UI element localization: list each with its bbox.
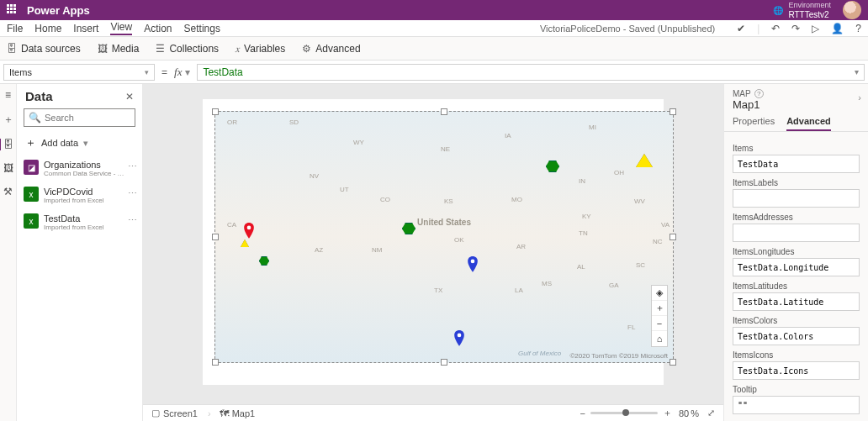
play-icon[interactable]: ▷ bbox=[812, 23, 819, 34]
document-name: VictoriaPoliceDemo - Saved (Unpublished) bbox=[540, 24, 715, 34]
map-copyright: ©2020 TomTom ©2019 Microsoft bbox=[569, 352, 668, 360]
tab-properties[interactable]: Properties bbox=[733, 116, 775, 131]
hexagon-marker[interactable] bbox=[259, 256, 269, 266]
waffle-icon[interactable] bbox=[7, 4, 19, 16]
ribbon-collections[interactable]: ☰Collections bbox=[156, 43, 219, 55]
data-icon[interactable]: 🗄 bbox=[0, 139, 13, 150]
datasource-icon: ◪ bbox=[24, 160, 39, 175]
datasource-icon: x bbox=[24, 213, 39, 229]
menu-view[interactable]: View bbox=[110, 21, 132, 35]
resize-handle[interactable] bbox=[670, 108, 676, 115]
map-icon: 🗺 bbox=[220, 408, 229, 418]
prop-input-itemsicons[interactable] bbox=[733, 361, 860, 380]
map-home-button[interactable]: ⌂ bbox=[652, 331, 667, 346]
more-icon[interactable]: ⋯ bbox=[128, 215, 137, 226]
fit-to-window-icon[interactable]: ⤢ bbox=[707, 408, 715, 418]
prop-input-itemscolors[interactable] bbox=[733, 327, 860, 345]
equals-sign: = bbox=[161, 66, 167, 78]
zoom-value: 80 bbox=[679, 408, 689, 418]
expand-icon[interactable]: › bbox=[858, 92, 861, 103]
datasource-item[interactable]: xVicPDCovidImported from Excel⋯ bbox=[17, 182, 142, 209]
pin-marker[interactable] bbox=[467, 256, 479, 273]
help-icon[interactable]: ? bbox=[754, 89, 764, 98]
prop-input-itemslabels[interactable] bbox=[733, 189, 860, 208]
more-icon[interactable]: ⋯ bbox=[128, 188, 137, 199]
close-icon[interactable]: ✕ bbox=[125, 91, 134, 103]
resize-handle[interactable] bbox=[212, 234, 219, 240]
tree-view-icon[interactable]: ≡ bbox=[5, 89, 11, 101]
fx-icon: fx bbox=[174, 66, 182, 79]
prop-label: ItemsLatitudes bbox=[733, 282, 860, 291]
map-zoom-out-button[interactable]: − bbox=[652, 316, 667, 331]
insert-icon[interactable]: ＋ bbox=[3, 113, 13, 127]
menu-file[interactable]: File bbox=[7, 23, 23, 34]
prop-label: Tooltip bbox=[733, 385, 860, 394]
resize-handle[interactable] bbox=[212, 359, 219, 366]
data-panel-title: Data bbox=[25, 89, 53, 103]
zoom-in-button[interactable]: ＋ bbox=[663, 407, 672, 419]
resize-handle[interactable] bbox=[670, 359, 676, 366]
datasource-item[interactable]: ◪OrganizationsCommon Data Service - Curr… bbox=[17, 155, 142, 182]
ribbon-data-sources[interactable]: 🗄Data sources bbox=[7, 43, 81, 55]
property-dropdown[interactable]: Items ▾ bbox=[3, 64, 155, 81]
menu-home[interactable]: Home bbox=[34, 23, 61, 34]
resize-handle[interactable] bbox=[441, 108, 447, 115]
media-icon[interactable]: 🖼 bbox=[3, 162, 13, 174]
ribbon-variables[interactable]: 𝑥Variables bbox=[236, 43, 285, 55]
triangle-marker[interactable] bbox=[241, 239, 249, 247]
prop-input-items[interactable] bbox=[733, 155, 860, 173]
app-checker-icon[interactable]: ✔ bbox=[737, 23, 745, 34]
menu-insert[interactable]: Insert bbox=[73, 23, 98, 34]
resize-handle[interactable] bbox=[670, 234, 676, 240]
divider: | bbox=[757, 23, 760, 34]
undo-icon[interactable]: ↶ bbox=[771, 23, 780, 34]
prop-input-itemsaddresses[interactable] bbox=[733, 224, 860, 242]
app-screen[interactable]: United States OR SD WY NE IA MI NV UT CO… bbox=[203, 99, 664, 385]
chevron-down-icon[interactable]: ▾ bbox=[855, 67, 859, 76]
triangle-marker[interactable] bbox=[636, 154, 653, 167]
environment-icon: 🌐 bbox=[773, 6, 783, 15]
tab-advanced[interactable]: Advanced bbox=[786, 116, 831, 131]
datasource-item[interactable]: xTestDataImported from Excel⋯ bbox=[17, 209, 142, 236]
resize-handle[interactable] bbox=[212, 108, 219, 115]
help-icon[interactable]: ? bbox=[855, 23, 861, 34]
chevron-down-icon: ▾ bbox=[145, 68, 149, 76]
hexagon-marker[interactable] bbox=[402, 223, 415, 234]
menu-settings[interactable]: Settings bbox=[184, 23, 220, 34]
app-name: Power Apps bbox=[27, 4, 773, 17]
map-control[interactable]: United States OR SD WY NE IA MI NV UT CO… bbox=[214, 111, 674, 363]
chevron-down-icon[interactable]: ▾ bbox=[185, 66, 190, 78]
menu-action[interactable]: Action bbox=[144, 23, 172, 34]
ribbon-media[interactable]: 🖼Media bbox=[98, 43, 140, 55]
map-tilt-button[interactable]: ◈ bbox=[652, 286, 667, 301]
map-label: United States bbox=[417, 218, 471, 227]
more-icon[interactable]: ⋯ bbox=[128, 161, 137, 172]
breadcrumb-screen[interactable]: ▢ Screen1 bbox=[151, 408, 198, 418]
formula-input[interactable]: TestData ▾ bbox=[197, 64, 865, 81]
prop-label: ItemsIcons bbox=[733, 350, 860, 360]
control-type: MAP bbox=[733, 89, 751, 98]
prop-label: ItemsAddresses bbox=[733, 213, 860, 222]
svg-point-1 bbox=[471, 260, 475, 264]
svg-point-2 bbox=[458, 334, 462, 338]
prop-input-itemslongitudes[interactable] bbox=[733, 258, 860, 276]
resize-handle[interactable] bbox=[441, 359, 447, 366]
map-zoom-in-button[interactable]: ＋ bbox=[652, 301, 667, 316]
avatar[interactable] bbox=[843, 1, 861, 19]
prop-input-itemslatitudes[interactable] bbox=[733, 292, 860, 311]
redo-icon[interactable]: ↷ bbox=[791, 23, 800, 34]
ribbon-advanced[interactable]: ⚙Advanced bbox=[302, 43, 360, 55]
pin-marker[interactable] bbox=[453, 330, 465, 347]
pin-marker[interactable] bbox=[243, 223, 255, 239]
search-icon: 🔍 bbox=[29, 112, 41, 124]
prop-label: ItemsLabels bbox=[733, 178, 860, 187]
hexagon-marker[interactable] bbox=[546, 161, 559, 172]
zoom-out-button[interactable]: − bbox=[580, 408, 585, 418]
environment-picker[interactable]: 🌐 Environment RTTTestv2 bbox=[773, 1, 831, 19]
share-icon[interactable]: 👤 bbox=[831, 23, 844, 34]
zoom-slider[interactable] bbox=[590, 412, 658, 414]
prop-input-tooltip[interactable] bbox=[733, 396, 860, 414]
breadcrumb-control[interactable]: 🗺 Map1 bbox=[220, 408, 256, 418]
advanced-tools-icon[interactable]: ⚒ bbox=[3, 186, 13, 197]
add-data-button[interactable]: ＋ Add data ▾ bbox=[17, 132, 142, 155]
